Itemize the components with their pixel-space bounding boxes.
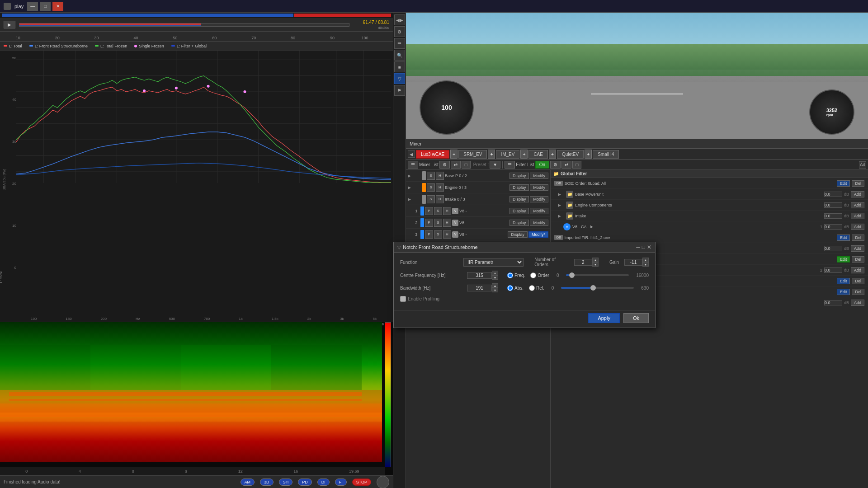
h-v8-2[interactable]: H <box>443 219 451 227</box>
notch2-del[interactable]: Del <box>852 289 864 295</box>
modify-v8-1[interactable]: Modify <box>530 208 548 214</box>
modify-v8-2[interactable]: Modify <box>530 220 548 226</box>
mixer-tab-srm[interactable]: SRM_EV <box>458 150 487 159</box>
mixer-toolbar-btn2[interactable]: ⇄ <box>451 161 461 169</box>
mixer-tab-add-lux3[interactable]: + <box>450 150 458 159</box>
fi-button[interactable]: FI <box>335 479 347 486</box>
gain-up[interactable]: ▲ <box>642 258 649 262</box>
filter-collapse[interactable]: ☰ <box>505 161 515 169</box>
h-v8-3[interactable]: H <box>443 230 451 239</box>
play-button[interactable]: ▶ <box>4 21 15 28</box>
db-rear-road[interactable] <box>824 267 842 273</box>
rel-radio-label[interactable]: Rel. <box>529 285 544 291</box>
pd-button[interactable]: PD <box>298 479 312 486</box>
s-engine[interactable]: S <box>427 183 435 192</box>
rel-radio-btn[interactable] <box>529 285 535 291</box>
ok-button[interactable]: Ok <box>623 313 649 323</box>
notch-edit[interactable]: Edit <box>837 256 850 263</box>
display-basep[interactable]: Display <box>509 173 529 179</box>
maximize-button[interactable]: □ <box>40 2 51 11</box>
s-v8-1[interactable]: S <box>434 207 442 215</box>
bandwidth-up[interactable]: ▲ <box>492 283 498 288</box>
3d-button[interactable]: 3D <box>260 479 274 486</box>
sidebar-icon-search[interactable]: 🔍 <box>394 50 405 61</box>
add-v8-ca[interactable]: Add <box>851 224 864 230</box>
bandwidth-down[interactable]: ▼ <box>492 288 498 292</box>
order-radio-label[interactable]: Order <box>530 272 549 278</box>
mixer-tab-cae[interactable]: CAE <box>528 150 548 159</box>
display-engine[interactable]: Display <box>509 184 529 191</box>
p-v8-2[interactable]: P <box>425 219 433 227</box>
notch-maximize[interactable]: □ <box>642 244 645 250</box>
h-engine[interactable]: H <box>436 183 444 192</box>
db-base-powerunit[interactable] <box>824 192 842 197</box>
preset-dropdown[interactable]: ▼ <box>490 161 500 169</box>
mixer-toolbar-btn1[interactable]: ⚙ <box>439 161 450 169</box>
db-wind[interactable] <box>824 300 842 305</box>
modify-engine[interactable]: Modify <box>530 184 548 191</box>
num-orders-up[interactable]: ▲ <box>592 258 599 262</box>
bandwidth-input[interactable] <box>467 285 492 291</box>
display-v8-1[interactable]: Display <box>509 208 529 214</box>
function-select[interactable]: IIR Parametr <box>463 258 524 267</box>
mixer-tab-add-quietev[interactable]: + <box>585 150 592 159</box>
mixer-tab-add-srm[interactable]: + <box>488 150 495 159</box>
modify-v8-3[interactable]: Modify* <box>528 231 548 238</box>
freq-radio-btn[interactable] <box>507 272 513 278</box>
bw-slider-thumb[interactable] <box>590 285 596 291</box>
expand-intake-filter[interactable]: ▶ <box>558 214 564 218</box>
sidebar-icon-settings[interactable]: ⚙ <box>394 26 405 37</box>
filter-toolbar-btn3[interactable]: □ <box>572 161 581 169</box>
abs-radio-btn[interactable] <box>507 285 513 291</box>
add-engine-components[interactable]: Add <box>851 202 864 208</box>
sidebar-icon-flag[interactable]: ⚑ <box>394 85 405 96</box>
sidebar-icon-box[interactable]: ■ <box>394 61 405 72</box>
modify-intake[interactable]: Modify <box>530 196 548 202</box>
h-intake[interactable]: H <box>436 195 444 203</box>
display-intake[interactable]: Display <box>509 196 529 202</box>
h-v8-1[interactable]: H <box>443 207 451 215</box>
di-button[interactable]: DI <box>317 479 330 486</box>
add-base-powerunit[interactable]: Add <box>851 191 864 197</box>
mixer-tab-lux3[interactable]: Lux3 wCAE <box>416 150 449 159</box>
s-basep[interactable]: S <box>427 172 435 180</box>
profiling-checkbox-input[interactable] <box>400 296 406 302</box>
mixer-tab-add-im[interactable]: + <box>520 150 528 159</box>
notch2-edit[interactable]: Edit <box>837 289 850 295</box>
am-button[interactable]: AM <box>241 479 255 486</box>
s-v8-3[interactable]: S <box>434 230 442 239</box>
s-v8-2[interactable]: S <box>434 219 442 227</box>
expand-basep[interactable]: ▶ <box>408 174 414 178</box>
gain-input[interactable] <box>624 259 642 266</box>
notch-del[interactable]: Del <box>852 256 864 263</box>
db-engine-components[interactable] <box>824 202 842 208</box>
fir-edit[interactable]: Edit <box>837 235 850 241</box>
display-v8-3[interactable]: Display <box>508 231 528 238</box>
p-v8-1[interactable]: P <box>425 207 433 215</box>
db-v8-ca[interactable] <box>824 224 842 230</box>
progress-container[interactable] <box>19 21 349 28</box>
list-add-button[interactable]: Ad <box>859 161 866 169</box>
sidebar-icon-transport[interactable]: ◀▶ <box>394 14 405 25</box>
mixer-toolbar-btn3[interactable]: □ <box>462 161 471 169</box>
filter-toolbar-btn1[interactable]: ⚙ <box>550 161 561 169</box>
db-exhaust[interactable] <box>824 246 842 251</box>
fir-temp2-edit[interactable]: Edit <box>837 278 850 284</box>
expand-engine-components[interactable]: ▶ <box>558 203 564 207</box>
soe-del[interactable]: Del <box>852 180 864 187</box>
apply-button[interactable]: Apply <box>588 313 620 323</box>
modify-basep[interactable]: Modify <box>530 173 548 179</box>
gain-down[interactable]: ▼ <box>642 262 649 267</box>
centre-freq-input[interactable] <box>467 272 492 279</box>
mixer-tab-quietev[interactable]: QuietEV <box>557 150 584 159</box>
fir-temp2-del[interactable]: Del <box>852 278 864 284</box>
soe-edit[interactable]: Edit <box>837 180 850 187</box>
num-orders-input[interactable] <box>574 259 592 266</box>
mixer-tab-add-cae[interactable]: + <box>549 150 556 159</box>
enable-profiling-checkbox[interactable]: Enable Profiling <box>400 296 439 302</box>
display-v8-2[interactable]: Display <box>509 220 529 226</box>
db-intake[interactable] <box>824 213 842 219</box>
abs-radio-label[interactable]: Abs. <box>507 285 524 291</box>
sh-button[interactable]: SH <box>279 479 293 486</box>
filter-toolbar-btn2[interactable]: ⇄ <box>561 161 571 169</box>
